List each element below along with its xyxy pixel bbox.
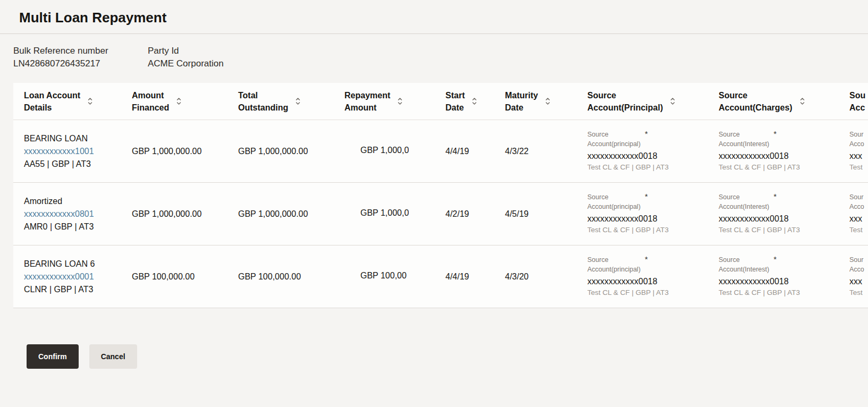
source-principal-meta: Test CL & CF | GBP | AT3 xyxy=(587,225,719,235)
total-outstanding-value: GBP 100,000.00 xyxy=(238,272,301,281)
source-account-charges-cell[interactable]: Source Account(Interest) * xxxxxxxxxxxx0… xyxy=(719,192,849,235)
sort-icon[interactable] xyxy=(471,97,477,106)
column-header-1[interactable]: Amount Financed xyxy=(132,89,238,114)
table-header-row: Loan Account Details Amount Financed Tot… xyxy=(13,83,868,120)
repayment-amount-cell[interactable]: GBP 1,000,0 xyxy=(344,208,445,220)
required-asterisk: * xyxy=(773,255,777,264)
bulk-reference-value: LN428680726435217 xyxy=(13,57,148,70)
source-account-third-cell[interactable]: Sour Acco xxx Test xyxy=(849,192,868,235)
bulk-reference-label: Bulk Reference number xyxy=(13,45,148,57)
column-header-4[interactable]: Start Date xyxy=(445,89,505,114)
start-date-value: 4/4/19 xyxy=(445,272,469,281)
source-charges-value[interactable]: xxxxxxxxxxxx0018 xyxy=(719,275,849,287)
column-header-6[interactable]: Source Account(Principal) xyxy=(587,89,719,114)
loan-repayment-table: Loan Account Details Amount Financed Tot… xyxy=(13,83,868,308)
page-header: Multi Loan Repayment xyxy=(0,0,868,34)
loan-account-link[interactable]: xxxxxxxxxxxx0801 xyxy=(24,208,132,221)
source-principal-value[interactable]: xxxxxxxxxxxx0018 xyxy=(587,213,719,225)
start-date-cell: 4/4/19 xyxy=(445,272,505,282)
source-third-value[interactable]: xxx xyxy=(849,275,868,287)
column-header-label: Maturity Date xyxy=(505,89,538,114)
maturity-date-cell: 4/5/19 xyxy=(505,209,587,219)
required-asterisk: * xyxy=(773,130,777,138)
column-header-3[interactable]: Repayment Amount xyxy=(344,89,445,114)
column-header-7[interactable]: Source Account(Charges) xyxy=(719,89,849,114)
source-account-principal-cell[interactable]: Source Account(principal) * xxxxxxxxxxxx… xyxy=(587,130,719,173)
source-principal-meta: Test CL & CF | GBP | AT3 xyxy=(587,162,719,173)
source-third-meta: Test xyxy=(849,225,868,235)
table-row-2: BEARING LOAN 6 xxxxxxxxxxxx0001 CLNR | G… xyxy=(13,245,868,308)
column-header-label: Loan Account Details xyxy=(24,89,80,114)
sort-icon[interactable] xyxy=(545,97,551,106)
cancel-button[interactable]: Cancel xyxy=(89,344,137,369)
source-account-third-cell[interactable]: Sour Acco xxx Test xyxy=(849,130,868,173)
maturity-date-cell: 4/3/22 xyxy=(505,147,587,156)
column-header-0[interactable]: Loan Account Details xyxy=(24,89,132,114)
table-body: BEARING LOAN xxxxxxxxxxxx1001 AA55 | GBP… xyxy=(13,120,868,308)
table-row-1: Amortized xxxxxxxxxxxx0801 AMR0 | GBP | … xyxy=(13,183,868,245)
required-asterisk: * xyxy=(645,255,648,264)
repayment-amount-cell[interactable]: GBP 100,00 xyxy=(344,271,445,283)
party-id-label: Party Id xyxy=(148,45,224,57)
loan-account-link[interactable]: xxxxxxxxxxxx1001 xyxy=(24,145,132,158)
source-account-charges-cell[interactable]: Source Account(Interest) * xxxxxxxxxxxx0… xyxy=(719,130,849,173)
source-account-third-cell[interactable]: Sour Acco xxx Test xyxy=(849,255,868,298)
column-header-label: Start Date xyxy=(445,89,465,114)
source-account-charges-cell[interactable]: Source Account(Interest) * xxxxxxxxxxxx0… xyxy=(719,255,849,298)
sort-icon[interactable] xyxy=(87,97,93,106)
source-charges-label: Source Account(Interest) xyxy=(719,255,769,274)
maturity-date-value: 4/5/19 xyxy=(505,209,528,218)
source-third-label: Sour Acco xyxy=(849,255,864,274)
sort-icon[interactable] xyxy=(397,97,403,106)
column-header-label: Source Account(Principal) xyxy=(587,89,663,114)
column-header-label: Repayment Amount xyxy=(344,89,390,114)
loan-name: BEARING LOAN xyxy=(24,132,132,145)
source-third-label: Sour Acco xyxy=(849,192,864,211)
column-header-8[interactable]: Sou Acc xyxy=(849,89,868,114)
page-content: Bulk Reference number LN428680726435217 … xyxy=(0,45,868,369)
sort-icon[interactable] xyxy=(295,97,301,106)
source-principal-label: Source Account(principal) xyxy=(587,192,641,211)
page-title: Multi Loan Repayment xyxy=(19,10,849,26)
amount-financed-value: GBP 1,000,000.00 xyxy=(132,147,201,156)
source-principal-value[interactable]: xxxxxxxxxxxx0018 xyxy=(587,150,719,162)
repayment-amount-value[interactable]: GBP 100,00 xyxy=(360,271,407,281)
source-principal-value[interactable]: xxxxxxxxxxxx0018 xyxy=(587,275,719,287)
source-third-value[interactable]: xxx xyxy=(849,150,868,162)
repayment-amount-value[interactable]: GBP 1,000,0 xyxy=(360,208,409,218)
source-charges-value[interactable]: xxxxxxxxxxxx0018 xyxy=(719,213,849,225)
repayment-amount-cell[interactable]: GBP 1,000,0 xyxy=(344,146,445,157)
source-charges-meta: Test CL & CF | GBP | AT3 xyxy=(719,162,849,173)
source-charges-label: Source Account(Interest) xyxy=(719,192,769,211)
source-account-principal-cell[interactable]: Source Account(principal) * xxxxxxxxxxxx… xyxy=(587,192,719,235)
loan-account-link[interactable]: xxxxxxxxxxxx0001 xyxy=(24,270,132,283)
source-account-principal-cell[interactable]: Source Account(principal) * xxxxxxxxxxxx… xyxy=(587,255,719,298)
source-third-meta: Test xyxy=(849,162,868,173)
source-principal-label: Source Account(principal) xyxy=(587,255,641,274)
source-third-value[interactable]: xxx xyxy=(849,213,868,225)
loan-account-details-cell: BEARING LOAN 6 xxxxxxxxxxxx0001 CLNR | G… xyxy=(24,258,132,296)
repayment-amount-value[interactable]: GBP 1,000,0 xyxy=(360,146,409,155)
amount-financed-cell: GBP 100,000.00 xyxy=(132,272,238,282)
loan-meta: CLNR | GBP | AT3 xyxy=(24,283,132,296)
column-header-5[interactable]: Maturity Date xyxy=(505,89,587,114)
start-date-value: 4/2/19 xyxy=(445,209,469,218)
column-header-label: Sou Acc xyxy=(849,89,865,114)
confirm-button[interactable]: Confirm xyxy=(27,344,79,369)
loan-name: Amortized xyxy=(24,195,132,208)
column-header-2[interactable]: Total Outstanding xyxy=(238,89,344,114)
bulk-reference-block: Bulk Reference number LN428680726435217 xyxy=(13,45,148,70)
loan-meta: AA55 | GBP | AT3 xyxy=(24,158,132,171)
total-outstanding-cell: GBP 1,000,000.00 xyxy=(238,209,344,219)
source-principal-label: Source Account(principal) xyxy=(587,130,641,149)
maturity-date-cell: 4/3/20 xyxy=(505,272,587,282)
sort-icon[interactable] xyxy=(670,97,676,106)
loan-account-details-cell: BEARING LOAN xxxxxxxxxxxx1001 AA55 | GBP… xyxy=(24,132,132,171)
source-charges-value[interactable]: xxxxxxxxxxxx0018 xyxy=(719,150,849,162)
start-date-cell: 4/4/19 xyxy=(445,147,505,156)
sort-icon[interactable] xyxy=(799,97,805,106)
sort-icon[interactable] xyxy=(176,97,182,106)
column-header-label: Total Outstanding xyxy=(238,89,288,114)
loan-meta: AMR0 | GBP | AT3 xyxy=(24,221,132,233)
maturity-date-value: 4/3/22 xyxy=(505,147,528,156)
